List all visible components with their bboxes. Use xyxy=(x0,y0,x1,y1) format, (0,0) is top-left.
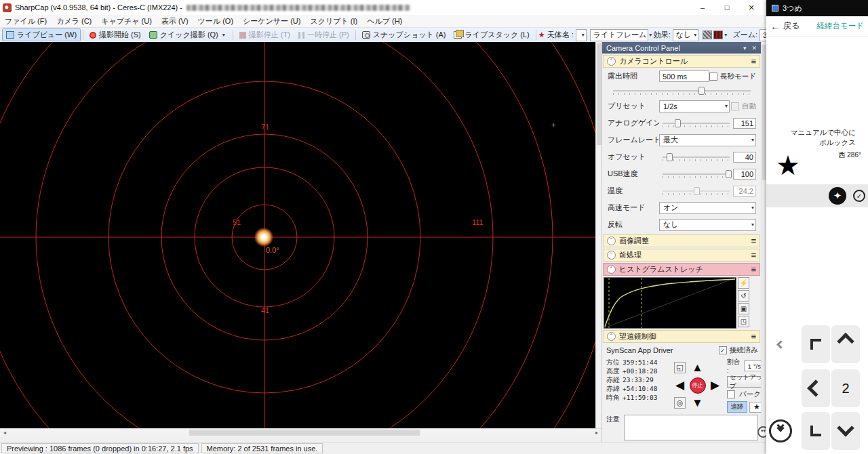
hamburger-icon[interactable]: ≡ xyxy=(751,236,756,246)
image-viewport[interactable]: 71 51 111 41 0.0° + xyxy=(0,42,595,428)
slew-up-button[interactable]: ▲ xyxy=(692,362,703,373)
scroll-left-icon[interactable]: ◂ xyxy=(0,430,9,436)
slew-down-button[interactable] xyxy=(831,412,860,450)
long-exposure-checkbox[interactable] xyxy=(709,73,717,81)
instruction-message: マニュアルで中心に ポルックス xyxy=(766,127,865,148)
panel-pin-icon[interactable]: ▾ xyxy=(743,45,747,51)
usb-speed-slider[interactable] xyxy=(663,169,730,180)
reset-stretch-button[interactable]: ↺ xyxy=(738,290,749,302)
menu-tools[interactable]: ツール (O) xyxy=(193,15,238,28)
histogram-graph[interactable] xyxy=(604,277,736,329)
section-image-adjust[interactable]: ˇ 画像調整 ≡ xyxy=(603,234,760,247)
frame-slew-icon[interactable]: ◱ xyxy=(674,362,686,373)
capture-start-button[interactable]: 撮影開始 (S) xyxy=(85,28,145,41)
vertical-scrollbar[interactable] xyxy=(595,42,601,428)
preset-dropdown[interactable]: 1/2s ▾ xyxy=(659,100,730,112)
menu-script[interactable]: スクリプト (I) xyxy=(305,15,362,28)
offset-value[interactable]: 40 xyxy=(733,152,756,163)
object-name-combobox[interactable]: ▾ xyxy=(576,29,587,41)
park-checkbox[interactable] xyxy=(727,390,735,398)
snapshot-button[interactable]: スナップショット (A) xyxy=(358,28,450,41)
usb-speed-value[interactable]: 100 xyxy=(733,169,756,180)
collapse-icon[interactable]: ˆ xyxy=(607,332,616,341)
section-camera-control[interactable]: ˆ カメラコントロール ≡ xyxy=(603,55,760,68)
menu-sequencer[interactable]: シーケンサー (U) xyxy=(238,15,305,28)
section-telescope-control[interactable]: ˆ 望遠鏡制御 ≡ xyxy=(603,330,760,343)
vertical-scrollbar-thumb[interactable] xyxy=(597,43,601,145)
gain-value[interactable]: 151 xyxy=(733,118,756,129)
panel-scrollbar[interactable]: ▾▾ xyxy=(761,42,766,442)
collapse-icon[interactable]: ˆ xyxy=(607,57,616,66)
framerate-dropdown[interactable]: 最大 ▾ xyxy=(659,134,756,146)
hamburger-icon[interactable]: ≡ xyxy=(751,264,756,274)
rate-decrease-button[interactable] xyxy=(766,325,795,363)
save-button[interactable]: ▣ xyxy=(738,303,749,314)
quick-capture-button[interactable]: クイック撮影 (Q) ▾ xyxy=(145,28,231,41)
collapse-icon[interactable]: ˆ xyxy=(607,265,616,274)
high-speed-dropdown[interactable]: オン ▾ xyxy=(659,202,756,214)
connected-checkbox[interactable]: ✓ xyxy=(719,346,727,354)
colour-mode-swatch-icon[interactable] xyxy=(713,30,723,39)
offset-slider[interactable] xyxy=(663,152,730,163)
stop-slew-button[interactable]: 停止 xyxy=(690,377,706,394)
slew-right-button[interactable]: ▶ xyxy=(711,379,719,391)
minimize-button[interactable]: – xyxy=(696,3,709,12)
slew-down-left-button[interactable] xyxy=(802,412,830,450)
rate-dropdown[interactable]: 1 °/s ▾ xyxy=(744,360,761,371)
panel-close-icon[interactable]: ✕ xyxy=(751,45,757,51)
menu-capture[interactable]: キャプチャ (U) xyxy=(96,15,157,28)
auto-stretch-button[interactable]: ⚡ xyxy=(738,277,749,289)
window-controls: – □ ✕ xyxy=(696,3,764,12)
menu-view[interactable]: 表示 (V) xyxy=(157,15,193,28)
slew-dpad: ◱ ▲ ◀ 停止 ▶ ◎ ▼ xyxy=(671,359,724,413)
chevron-down-icon[interactable]: ▾ xyxy=(221,32,226,38)
object-name-label: 天体名 : xyxy=(547,30,574,40)
exposure-slider-thumb[interactable] xyxy=(698,87,705,95)
horizontal-scrollbar[interactable]: ◂ ▸ xyxy=(0,428,601,436)
menu-file[interactable]: ファイル (F) xyxy=(0,15,52,28)
gain-slider-thumb[interactable] xyxy=(675,119,681,127)
hamburger-icon[interactable]: ≡ xyxy=(751,56,756,66)
expand-icon[interactable]: ˇ xyxy=(607,251,616,260)
flip-dropdown[interactable]: なし ▾ xyxy=(659,219,756,231)
menu-help[interactable]: ヘルプ (H) xyxy=(362,15,407,28)
compass-button[interactable]: ✦ xyxy=(829,187,846,205)
back-arrow-icon[interactable]: ← xyxy=(770,20,781,32)
horizontal-scrollbar-thumb[interactable] xyxy=(189,430,420,436)
offset-slider-thumb[interactable] xyxy=(667,153,673,161)
slew-left-button[interactable] xyxy=(802,369,830,407)
hamburger-icon[interactable]: ≡ xyxy=(751,331,756,342)
confirm-check-icon[interactable]: ✓ xyxy=(853,190,865,202)
chevron-down-icon[interactable]: ▾ xyxy=(723,32,728,38)
usb-speed-slider-thumb[interactable] xyxy=(726,170,732,178)
menu-camera[interactable]: カメラ (C) xyxy=(52,15,96,28)
setup-button[interactable]: セットアップ xyxy=(727,376,761,388)
close-button[interactable]: ✕ xyxy=(745,3,758,12)
slew-down-button[interactable]: ▼ xyxy=(692,397,703,409)
gain-slider[interactable] xyxy=(663,118,730,129)
frame-type-dropdown[interactable]: ライトフレーム ▾ xyxy=(590,29,648,41)
maximize-button[interactable]: □ xyxy=(720,3,734,12)
live-view-button[interactable]: ライブビュー (W) xyxy=(2,28,81,41)
section-preprocess[interactable]: ˇ 前処理 ≡ xyxy=(603,249,760,262)
slew-left-button[interactable]: ◀ xyxy=(675,379,684,391)
expand-icon[interactable]: ˇ xyxy=(607,236,616,245)
note-textarea[interactable] xyxy=(624,415,758,440)
track-button[interactable]: 追跡 xyxy=(727,401,747,413)
exposure-slider[interactable] xyxy=(613,85,751,98)
section-histogram-stretch[interactable]: ˆ ヒストグラムストレッチ ≡ xyxy=(603,263,760,276)
slew-rate-display[interactable]: 2 xyxy=(831,369,860,407)
expand-histogram-button[interactable]: ◳ xyxy=(738,316,749,327)
target-center-icon[interactable]: ◎ xyxy=(674,397,686,409)
back-button[interactable]: 戻る xyxy=(783,20,800,32)
collapse-controls-button[interactable] xyxy=(766,412,795,450)
exposure-input[interactable]: 500 ms xyxy=(659,70,709,82)
slew-up-button[interactable] xyxy=(831,325,860,363)
display-mode-swatch-icon[interactable] xyxy=(703,30,712,39)
hamburger-icon[interactable]: ≡ xyxy=(751,250,756,260)
effect-dropdown[interactable]: なし ▾ xyxy=(673,29,699,41)
scroll-right-icon[interactable]: ▸ xyxy=(592,430,601,436)
slew-up-left-button[interactable] xyxy=(802,325,830,363)
live-stack-button[interactable]: ライブスタック (L) xyxy=(450,28,533,41)
goto-target-dropdown[interactable]: ★ ▾ xyxy=(749,402,761,413)
